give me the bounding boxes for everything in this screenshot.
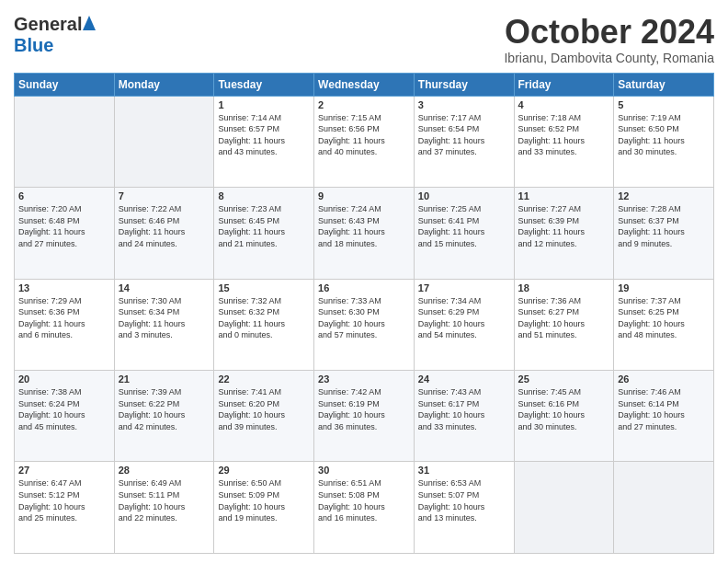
cell-details: Sunrise: 7:24 AMSunset: 6:43 PMDaylight:… — [318, 203, 410, 249]
calendar-cell — [15, 96, 115, 187]
calendar-cell: 23Sunrise: 7:42 AMSunset: 6:19 PMDayligh… — [314, 371, 415, 462]
cell-details: Sunrise: 6:53 AMSunset: 5:07 PMDaylight:… — [418, 477, 510, 523]
weekday-header: Tuesday — [214, 73, 314, 96]
calendar-table: SundayMondayTuesdayWednesdayThursdayFrid… — [14, 73, 714, 554]
calendar-cell: 14Sunrise: 7:30 AMSunset: 6:34 PMDayligh… — [114, 279, 214, 370]
day-number: 11 — [518, 190, 610, 201]
calendar-week-row: 20Sunrise: 7:38 AMSunset: 6:24 PMDayligh… — [15, 371, 714, 462]
calendar-cell: 30Sunrise: 6:51 AMSunset: 5:08 PMDayligh… — [314, 462, 415, 554]
day-number: 15 — [218, 282, 310, 293]
day-number: 12 — [618, 190, 710, 201]
calendar-cell: 2Sunrise: 7:15 AMSunset: 6:56 PMDaylight… — [314, 96, 415, 187]
day-number: 3 — [418, 99, 510, 110]
weekday-header: Thursday — [414, 73, 514, 96]
calendar-week-row: 13Sunrise: 7:29 AMSunset: 6:36 PMDayligh… — [15, 279, 714, 370]
day-number: 29 — [218, 465, 310, 476]
day-number: 20 — [18, 373, 110, 385]
cell-details: Sunrise: 7:19 AMSunset: 6:50 PMDaylight:… — [618, 112, 710, 158]
day-number: 17 — [418, 282, 510, 293]
cell-details: Sunrise: 7:25 AMSunset: 6:41 PMDaylight:… — [418, 203, 510, 249]
day-number: 28 — [119, 465, 210, 476]
logo-blue-text: Blue — [14, 35, 53, 55]
calendar-week-row: 27Sunrise: 6:47 AMSunset: 5:12 PMDayligh… — [15, 462, 714, 554]
cell-details: Sunrise: 6:47 AMSunset: 5:12 PMDaylight:… — [18, 477, 110, 523]
cell-details: Sunrise: 6:50 AMSunset: 5:09 PMDaylight:… — [218, 477, 310, 523]
calendar-cell — [614, 462, 714, 554]
calendar-cell: 20Sunrise: 7:38 AMSunset: 6:24 PMDayligh… — [15, 371, 115, 462]
calendar-cell: 1Sunrise: 7:14 AMSunset: 6:57 PMDaylight… — [214, 96, 314, 187]
header: General Blue October 2024 Ibrianu, Dambo… — [14, 14, 714, 65]
calendar-cell: 19Sunrise: 7:37 AMSunset: 6:25 PMDayligh… — [614, 279, 714, 370]
cell-details: Sunrise: 7:33 AMSunset: 6:30 PMDaylight:… — [318, 295, 410, 341]
weekday-header: Monday — [114, 73, 214, 96]
cell-details: Sunrise: 6:51 AMSunset: 5:08 PMDaylight:… — [318, 477, 410, 523]
calendar-cell: 29Sunrise: 6:50 AMSunset: 5:09 PMDayligh… — [214, 462, 314, 554]
day-number: 9 — [318, 190, 410, 201]
cell-details: Sunrise: 7:28 AMSunset: 6:37 PMDaylight:… — [618, 203, 710, 249]
calendar-cell: 15Sunrise: 7:32 AMSunset: 6:32 PMDayligh… — [214, 279, 314, 370]
cell-details: Sunrise: 7:42 AMSunset: 6:19 PMDaylight:… — [318, 386, 410, 432]
day-number: 10 — [418, 190, 510, 201]
calendar-cell: 27Sunrise: 6:47 AMSunset: 5:12 PMDayligh… — [15, 462, 115, 554]
day-number: 18 — [518, 282, 610, 293]
calendar-cell — [514, 462, 614, 554]
day-number: 31 — [418, 465, 510, 476]
weekday-header: Saturday — [614, 73, 714, 96]
location: Ibrianu, Dambovita County, Romania — [504, 51, 714, 65]
calendar-cell: 21Sunrise: 7:39 AMSunset: 6:22 PMDayligh… — [114, 371, 214, 462]
cell-details: Sunrise: 7:32 AMSunset: 6:32 PMDaylight:… — [218, 295, 310, 341]
cell-details: Sunrise: 7:46 AMSunset: 6:14 PMDaylight:… — [618, 386, 710, 432]
day-number: 23 — [318, 373, 410, 385]
calendar-week-row: 1Sunrise: 7:14 AMSunset: 6:57 PMDaylight… — [15, 96, 714, 187]
calendar-cell: 3Sunrise: 7:17 AMSunset: 6:54 PMDaylight… — [414, 96, 514, 187]
calendar-cell: 12Sunrise: 7:28 AMSunset: 6:37 PMDayligh… — [614, 188, 714, 279]
day-number: 22 — [218, 373, 310, 385]
day-number: 26 — [618, 373, 710, 385]
day-number: 1 — [218, 99, 310, 110]
calendar-cell: 13Sunrise: 7:29 AMSunset: 6:36 PMDayligh… — [15, 279, 115, 370]
cell-details: Sunrise: 7:29 AMSunset: 6:36 PMDaylight:… — [18, 295, 110, 341]
cell-details: Sunrise: 7:22 AMSunset: 6:46 PMDaylight:… — [119, 203, 210, 249]
day-number: 14 — [119, 282, 210, 293]
svg-marker-0 — [83, 16, 96, 30]
calendar-cell — [114, 96, 214, 187]
day-number: 25 — [518, 373, 610, 385]
calendar-cell: 7Sunrise: 7:22 AMSunset: 6:46 PMDaylight… — [114, 188, 214, 279]
cell-details: Sunrise: 7:23 AMSunset: 6:45 PMDaylight:… — [218, 203, 310, 249]
calendar-cell: 11Sunrise: 7:27 AMSunset: 6:39 PMDayligh… — [514, 188, 614, 279]
cell-details: Sunrise: 7:39 AMSunset: 6:22 PMDaylight:… — [119, 386, 210, 432]
calendar-header-row: SundayMondayTuesdayWednesdayThursdayFrid… — [15, 73, 714, 96]
calendar-cell: 5Sunrise: 7:19 AMSunset: 6:50 PMDaylight… — [614, 96, 714, 187]
cell-details: Sunrise: 7:41 AMSunset: 6:20 PMDaylight:… — [218, 386, 310, 432]
logo-general-text: General — [14, 14, 82, 35]
calendar-cell: 6Sunrise: 7:20 AMSunset: 6:48 PMDaylight… — [15, 188, 115, 279]
day-number: 4 — [518, 99, 610, 110]
day-number: 13 — [18, 282, 110, 293]
cell-details: Sunrise: 7:36 AMSunset: 6:27 PMDaylight:… — [518, 295, 610, 341]
cell-details: Sunrise: 7:18 AMSunset: 6:52 PMDaylight:… — [518, 112, 610, 158]
calendar-cell: 18Sunrise: 7:36 AMSunset: 6:27 PMDayligh… — [514, 279, 614, 370]
day-number: 5 — [618, 99, 710, 110]
day-number: 7 — [119, 190, 210, 201]
month-title: October 2024 — [504, 14, 714, 51]
calendar-cell: 24Sunrise: 7:43 AMSunset: 6:17 PMDayligh… — [414, 371, 514, 462]
cell-details: Sunrise: 7:20 AMSunset: 6:48 PMDaylight:… — [18, 203, 110, 249]
calendar-cell: 16Sunrise: 7:33 AMSunset: 6:30 PMDayligh… — [314, 279, 415, 370]
cell-details: Sunrise: 7:27 AMSunset: 6:39 PMDaylight:… — [518, 203, 610, 249]
calendar-cell: 10Sunrise: 7:25 AMSunset: 6:41 PMDayligh… — [414, 188, 514, 279]
page: General Blue October 2024 Ibrianu, Dambo… — [0, 0, 728, 563]
calendar-cell: 8Sunrise: 7:23 AMSunset: 6:45 PMDaylight… — [214, 188, 314, 279]
cell-details: Sunrise: 7:14 AMSunset: 6:57 PMDaylight:… — [218, 112, 310, 158]
day-number: 21 — [119, 373, 210, 385]
cell-details: Sunrise: 7:30 AMSunset: 6:34 PMDaylight:… — [119, 295, 210, 341]
weekday-header: Sunday — [15, 73, 115, 96]
cell-details: Sunrise: 7:37 AMSunset: 6:25 PMDaylight:… — [618, 295, 710, 341]
weekday-header: Friday — [514, 73, 614, 96]
day-number: 30 — [318, 465, 410, 476]
day-number: 8 — [218, 190, 310, 201]
day-number: 24 — [418, 373, 510, 385]
header-right: October 2024 Ibrianu, Dambovita County, … — [504, 14, 714, 65]
cell-details: Sunrise: 6:49 AMSunset: 5:11 PMDaylight:… — [119, 477, 210, 523]
logo-triangle-icon — [83, 16, 96, 34]
calendar-cell: 31Sunrise: 6:53 AMSunset: 5:07 PMDayligh… — [414, 462, 514, 554]
